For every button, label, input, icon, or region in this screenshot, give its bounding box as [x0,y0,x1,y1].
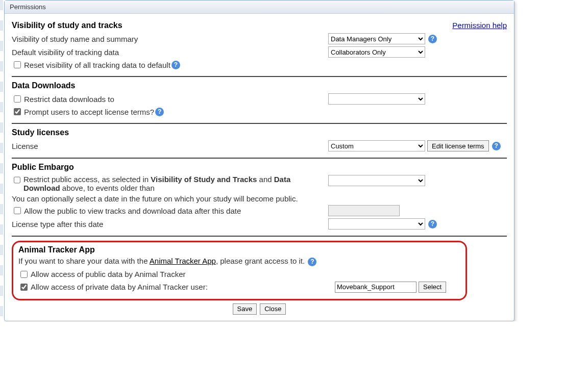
licenses-heading: Study licenses [12,128,507,137]
animal-private-checkbox[interactable] [20,284,28,291]
allow-public-after-date-checkbox[interactable] [14,207,21,214]
allow-public-after-date-label: Allow the public to view tracks and down… [24,207,241,215]
license-after-date-select[interactable] [328,218,425,230]
restrict-public-access-label: Restrict public access, as selected in V… [23,175,328,192]
restrict-downloads-checkbox[interactable] [14,95,21,103]
visibility-name-summary-label: Visibility of study name and summary [12,35,138,43]
visibility-name-summary-select[interactable]: Data Managers Only [328,33,425,44]
downloads-heading: Data Downloads [12,81,507,90]
separator [12,76,507,77]
animal-private-label: Allow access of private data by Animal T… [31,283,208,291]
animal-intro: If you want to share your data with the … [18,257,460,266]
close-button[interactable]: Close [260,303,286,315]
separator [12,158,507,159]
help-icon[interactable]: ? [155,108,164,116]
permissions-window: Permissions Visibility of study and trac… [4,0,514,321]
animal-public-checkbox[interactable] [20,271,28,278]
permission-help-link[interactable]: Permission help [452,21,507,30]
prompt-license-label: Prompt users to accept license terms? [24,108,154,116]
window-title: Permissions [5,1,514,14]
help-icon[interactable]: ? [428,35,437,43]
help-icon[interactable]: ? [492,142,501,150]
reset-visibility-checkbox[interactable] [14,61,21,68]
save-button[interactable]: Save [233,303,257,315]
license-after-date-label: License type after this date [12,220,103,228]
edit-license-terms-button[interactable]: Edit license terms [427,140,489,151]
embargo-heading: Public Embargo [12,163,507,172]
help-icon[interactable]: ? [428,220,437,228]
animal-tracker-app-link[interactable]: Animal Tracker App [150,257,216,265]
license-label: License [12,142,38,150]
visibility-tracking-select[interactable]: Collaborators Only [328,46,425,58]
embargo-note: You can optionally select a date in the … [12,194,507,203]
left-edge-decoration [0,0,3,321]
separator [12,123,507,124]
animal-tracker-highlight-box: Animal Tracker App If you want to share … [12,241,467,300]
animal-public-label: Allow access of public data by Animal Tr… [31,270,185,278]
reset-visibility-label: Reset visibility of all tracking data to… [24,61,170,69]
visibility-tracking-label: Default visibility of tracking data [12,48,119,57]
restrict-downloads-label: Restrict data downloads to [24,95,114,104]
help-icon[interactable]: ? [308,258,316,266]
separator [12,236,507,237]
prompt-license-checkbox[interactable] [14,108,21,115]
restrict-downloads-select[interactable] [328,93,425,105]
animal-heading: Animal Tracker App [18,245,460,254]
public-date-input [328,205,400,216]
restrict-public-access-checkbox[interactable] [14,176,20,184]
help-icon[interactable]: ? [172,61,180,69]
license-select[interactable]: Custom [328,140,425,151]
animal-select-user-button[interactable]: Select [419,282,446,293]
visibility-heading: Visibility of study and tracks [12,21,122,30]
animal-private-user-input[interactable] [335,282,416,293]
embargo-age-select[interactable] [328,175,425,186]
